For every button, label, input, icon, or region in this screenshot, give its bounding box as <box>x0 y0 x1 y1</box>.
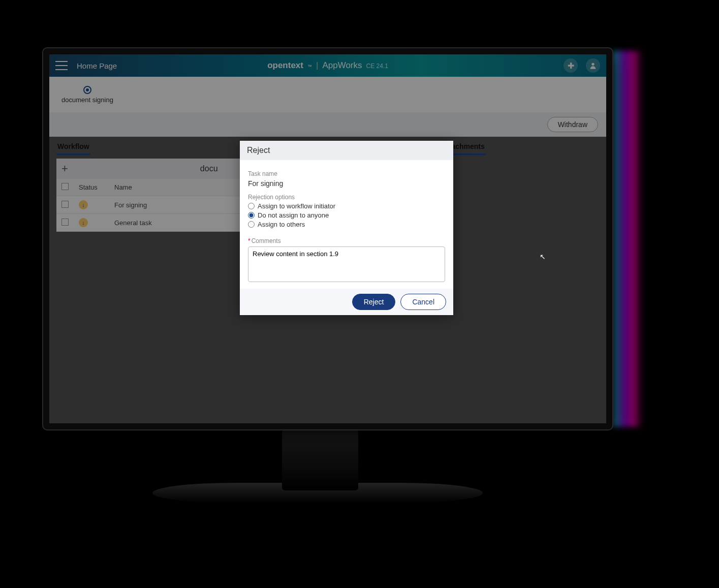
monitor-neck <box>282 429 358 490</box>
cursor-icon: ↖ <box>540 253 546 261</box>
rejection-options-label: Rejection options <box>248 194 445 201</box>
reject-dialog: Reject Task name For signing Rejection o… <box>240 141 453 315</box>
option-assign-none[interactable]: Do not assign to anyone <box>248 211 445 219</box>
decorative-glow <box>612 51 643 427</box>
dialog-title: Reject <box>240 141 453 160</box>
option-assign-others[interactable]: Assign to others <box>248 221 445 228</box>
task-name-value: For signing <box>248 179 445 188</box>
monitor-frame: Home Page opentext™ | AppWorks CE 24.1 ✚… <box>43 48 612 429</box>
task-name-label: Task name <box>248 170 445 177</box>
cancel-button[interactable]: Cancel <box>400 294 446 310</box>
comments-input[interactable] <box>248 246 445 282</box>
reject-button[interactable]: Reject <box>352 294 396 310</box>
comments-label: Comments <box>252 237 281 244</box>
screen: Home Page opentext™ | AppWorks CE 24.1 ✚… <box>49 54 606 423</box>
option-assign-initiator[interactable]: Assign to workflow initiator <box>248 202 445 210</box>
